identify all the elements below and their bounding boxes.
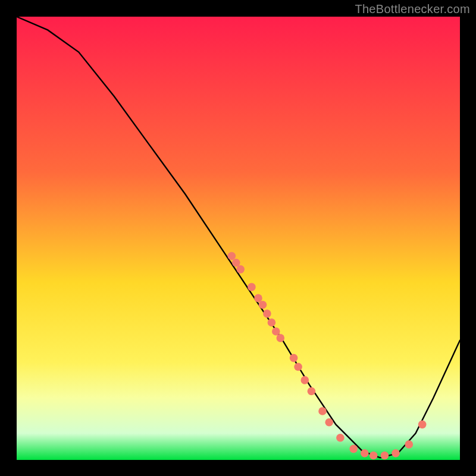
data-point — [336, 434, 345, 442]
data-point — [259, 301, 267, 309]
data-point — [392, 449, 400, 458]
data-point — [418, 421, 427, 429]
data-point — [308, 387, 316, 396]
data-point — [236, 265, 245, 274]
data-point — [254, 294, 262, 302]
data-point — [290, 354, 298, 362]
gradient-background — [17, 17, 460, 460]
data-point — [381, 452, 389, 460]
data-point — [294, 363, 302, 371]
chart-frame: TheBottlenecker.com — [0, 0, 476, 476]
bottleneck-chart — [17, 17, 460, 460]
data-point — [263, 309, 271, 318]
data-point — [277, 334, 285, 342]
data-point — [268, 318, 276, 327]
data-point — [232, 259, 240, 267]
data-point — [361, 449, 369, 458]
data-point — [405, 440, 414, 449]
data-point — [228, 252, 236, 261]
data-point — [318, 407, 327, 415]
data-point — [349, 445, 358, 453]
watermark-label: TheBottlenecker.com — [355, 2, 470, 16]
data-point — [248, 283, 256, 292]
data-point — [325, 418, 333, 427]
plot-area — [17, 17, 460, 460]
data-point — [301, 376, 309, 384]
data-point — [369, 452, 378, 460]
data-point — [272, 327, 280, 336]
